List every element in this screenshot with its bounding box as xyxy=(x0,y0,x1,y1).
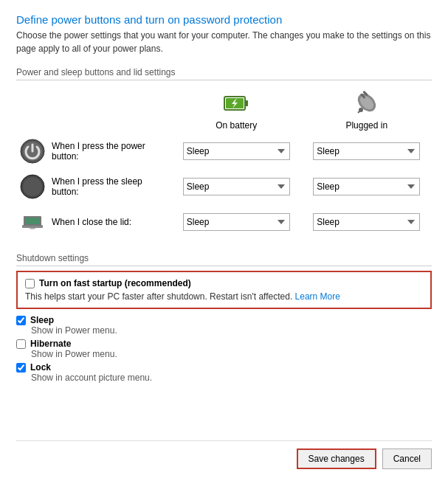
power-row-label: When I press the power button: xyxy=(52,141,167,162)
power-row-label: When I press the sleep button: xyxy=(52,176,167,197)
shutdown-label-lock[interactable]: Lock xyxy=(30,362,51,373)
page: Define power buttons and turn on passwor… xyxy=(0,0,448,478)
power-row-label: When I close the lid: xyxy=(52,217,131,227)
plugged-in-select-row1[interactable]: Do nothingSleepHibernateShut down xyxy=(313,178,420,195)
svg-rect-15 xyxy=(25,218,40,224)
power-buttons-section-header: Power and sleep buttons and lid settings xyxy=(16,67,432,80)
save-button[interactable]: Save changes xyxy=(297,448,376,469)
power-row-icon xyxy=(19,138,46,164)
fast-startup-text[interactable]: Turn on fast startup (recommended) xyxy=(39,278,191,288)
fast-startup-desc-text: This helps start your PC faster after sh… xyxy=(25,291,292,302)
fast-startup-desc: This helps start your PC faster after sh… xyxy=(25,291,423,302)
shutdown-label-sleep[interactable]: Sleep xyxy=(30,315,54,325)
on-battery-label: On battery xyxy=(216,120,257,131)
shutdown-label-hibernate[interactable]: Hibernate xyxy=(30,339,71,349)
lid-row-icon xyxy=(19,209,46,235)
on-battery-select-row1[interactable]: Do nothingSleepHibernateShut down xyxy=(183,178,290,195)
sleep-row-icon xyxy=(19,173,46,200)
page-title: Define power buttons and turn on passwor… xyxy=(16,13,432,26)
battery-icon xyxy=(221,88,251,117)
shutdown-section-header: Shutdown settings xyxy=(16,253,432,266)
plugged-in-select-row2[interactable]: Do nothingSleepHibernateShut down xyxy=(313,213,420,231)
shutdown-desc-hibernate: Show in Power menu. xyxy=(31,349,432,359)
power-buttons-section: Power and sleep buttons and lid settings xyxy=(16,64,432,240)
on-battery-select-row2[interactable]: Do nothingSleepHibernateShut down xyxy=(183,213,290,231)
plugged-in-header: Plugged in xyxy=(302,85,433,134)
power-row: When I press the power button:Do nothing… xyxy=(16,134,432,169)
shutdown-checkbox-sleep[interactable] xyxy=(16,316,26,325)
svg-point-12 xyxy=(23,177,42,196)
shutdown-desc-sleep: Show in Power menu. xyxy=(31,325,432,336)
shutdown-item-lock: LockShow in account picture menu. xyxy=(16,362,432,383)
power-table: On battery xyxy=(16,85,432,240)
shutdown-items: SleepShow in Power menu.HibernateShow in… xyxy=(16,315,432,383)
cancel-button[interactable]: Cancel xyxy=(382,448,432,469)
svg-line-8 xyxy=(358,110,361,113)
bottom-bar: Save changes Cancel xyxy=(16,440,432,469)
shutdown-item-hibernate: HibernateShow in Power menu. xyxy=(16,339,432,359)
fast-startup-label: Turn on fast startup (recommended) xyxy=(25,278,423,288)
fast-startup-box: Turn on fast startup (recommended) This … xyxy=(16,271,432,309)
plugged-in-select-row0[interactable]: Do nothingSleepHibernateShut down xyxy=(313,142,420,160)
plug-icon xyxy=(352,88,382,117)
page-description: Choose the power settings that you want … xyxy=(16,29,432,55)
power-row: When I press the sleep button:Do nothing… xyxy=(16,169,432,204)
power-row: When I close the lid:Do nothingSleepHibe… xyxy=(16,204,432,240)
shutdown-section: Shutdown settings Turn on fast startup (… xyxy=(16,250,432,386)
shutdown-checkbox-hibernate[interactable] xyxy=(16,339,26,349)
shutdown-item-sleep: SleepShow in Power menu. xyxy=(16,315,432,336)
on-battery-header: On battery xyxy=(171,85,302,134)
shutdown-desc-lock: Show in account picture menu. xyxy=(31,373,432,383)
fast-startup-checkbox[interactable] xyxy=(25,279,35,288)
svg-rect-1 xyxy=(245,100,248,106)
learn-more-link[interactable]: Learn More xyxy=(295,291,340,302)
shutdown-checkbox-lock[interactable] xyxy=(16,363,26,373)
on-battery-select-row0[interactable]: Do nothingSleepHibernateShut down xyxy=(183,142,290,160)
plugged-in-label: Plugged in xyxy=(345,120,387,131)
